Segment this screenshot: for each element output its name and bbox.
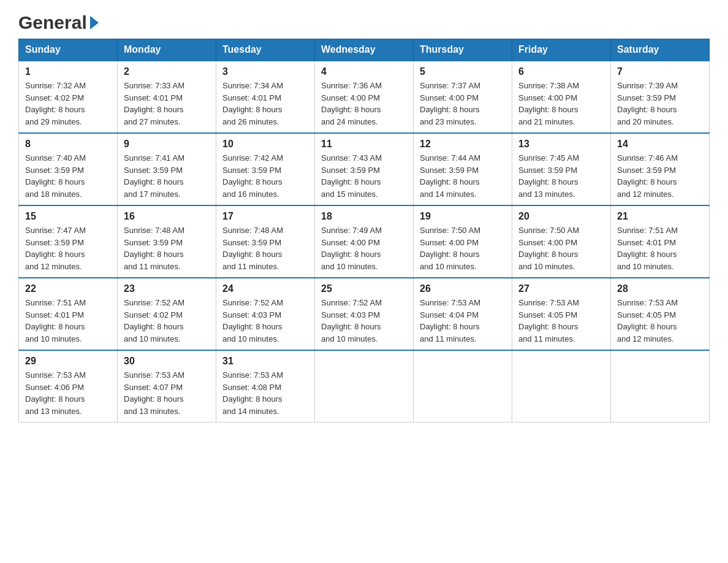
calendar-cell: 6 Sunrise: 7:38 AM Sunset: 4:00 PM Dayli…: [512, 61, 611, 133]
calendar-cell: 20 Sunrise: 7:50 AM Sunset: 4:00 PM Dayl…: [512, 205, 611, 278]
col-header-monday: Monday: [118, 39, 216, 61]
day-info: Sunrise: 7:53 AM Sunset: 4:05 PM Dayligh…: [518, 297, 604, 345]
col-header-sunday: Sunday: [19, 39, 118, 61]
day-info: Sunrise: 7:44 AM Sunset: 3:59 PM Dayligh…: [420, 152, 506, 200]
calendar-cell: 10 Sunrise: 7:42 AM Sunset: 3:59 PM Dayl…: [216, 133, 315, 205]
day-info: Sunrise: 7:38 AM Sunset: 4:00 PM Dayligh…: [518, 80, 604, 128]
calendar-cell: 17 Sunrise: 7:48 AM Sunset: 3:59 PM Dayl…: [216, 205, 315, 278]
day-number: 24: [222, 283, 308, 294]
day-number: 10: [222, 139, 308, 150]
day-number: 17: [222, 211, 308, 222]
calendar-cell: 30 Sunrise: 7:53 AM Sunset: 4:07 PM Dayl…: [118, 350, 216, 423]
day-info: Sunrise: 7:50 AM Sunset: 4:00 PM Dayligh…: [518, 224, 604, 272]
calendar-cell: 18 Sunrise: 7:49 AM Sunset: 4:00 PM Dayl…: [315, 205, 414, 278]
calendar-cell: 16 Sunrise: 7:48 AM Sunset: 3:59 PM Dayl…: [118, 205, 216, 278]
day-info: Sunrise: 7:39 AM Sunset: 3:59 PM Dayligh…: [617, 80, 703, 128]
calendar-cell: 25 Sunrise: 7:52 AM Sunset: 4:03 PM Dayl…: [315, 278, 414, 350]
day-number: 22: [25, 283, 111, 294]
calendar-cell: 7 Sunrise: 7:39 AM Sunset: 3:59 PM Dayli…: [611, 61, 710, 133]
day-info: Sunrise: 7:37 AM Sunset: 4:00 PM Dayligh…: [420, 80, 506, 128]
calendar-cell: 9 Sunrise: 7:41 AM Sunset: 3:59 PM Dayli…: [118, 133, 216, 205]
logo: General: [18, 12, 99, 33]
calendar-cell: 15 Sunrise: 7:47 AM Sunset: 3:59 PM Dayl…: [19, 205, 118, 278]
day-number: 7: [617, 66, 703, 77]
calendar-cell: 28 Sunrise: 7:53 AM Sunset: 4:05 PM Dayl…: [611, 278, 710, 350]
calendar-cell: [315, 350, 414, 423]
calendar-cell: 11 Sunrise: 7:43 AM Sunset: 3:59 PM Dayl…: [315, 133, 414, 205]
calendar-cell: 23 Sunrise: 7:52 AM Sunset: 4:02 PM Dayl…: [118, 278, 216, 350]
day-info: Sunrise: 7:41 AM Sunset: 3:59 PM Dayligh…: [124, 152, 210, 200]
day-info: Sunrise: 7:51 AM Sunset: 4:01 PM Dayligh…: [617, 224, 703, 272]
day-info: Sunrise: 7:36 AM Sunset: 4:00 PM Dayligh…: [321, 80, 407, 128]
day-info: Sunrise: 7:51 AM Sunset: 4:01 PM Dayligh…: [25, 297, 111, 345]
day-info: Sunrise: 7:52 AM Sunset: 4:03 PM Dayligh…: [321, 297, 407, 345]
day-number: 3: [222, 66, 308, 77]
day-info: Sunrise: 7:53 AM Sunset: 4:06 PM Dayligh…: [25, 369, 111, 417]
calendar-cell: 24 Sunrise: 7:52 AM Sunset: 4:03 PM Dayl…: [216, 278, 315, 350]
calendar-cell: 12 Sunrise: 7:44 AM Sunset: 3:59 PM Dayl…: [414, 133, 512, 205]
day-info: Sunrise: 7:48 AM Sunset: 3:59 PM Dayligh…: [222, 224, 308, 272]
page-header: General: [18, 12, 710, 33]
day-info: Sunrise: 7:50 AM Sunset: 4:00 PM Dayligh…: [420, 224, 506, 272]
logo-arrow-icon: [90, 16, 99, 29]
day-number: 12: [420, 139, 506, 150]
day-info: Sunrise: 7:33 AM Sunset: 4:01 PM Dayligh…: [124, 80, 210, 128]
col-header-wednesday: Wednesday: [315, 39, 414, 61]
day-number: 2: [124, 66, 210, 77]
calendar-cell: 2 Sunrise: 7:33 AM Sunset: 4:01 PM Dayli…: [118, 61, 216, 133]
day-number: 6: [518, 66, 604, 77]
col-header-friday: Friday: [512, 39, 611, 61]
day-info: Sunrise: 7:46 AM Sunset: 3:59 PM Dayligh…: [617, 152, 703, 200]
day-info: Sunrise: 7:53 AM Sunset: 4:07 PM Dayligh…: [124, 369, 210, 417]
day-number: 19: [420, 211, 506, 222]
day-number: 27: [518, 283, 604, 294]
day-number: 8: [25, 139, 111, 150]
day-number: 14: [617, 139, 703, 150]
calendar-cell: 8 Sunrise: 7:40 AM Sunset: 3:59 PM Dayli…: [19, 133, 118, 205]
logo-general: General: [18, 12, 87, 33]
day-number: 18: [321, 211, 407, 222]
day-info: Sunrise: 7:53 AM Sunset: 4:04 PM Dayligh…: [420, 297, 506, 345]
calendar-cell: 1 Sunrise: 7:32 AM Sunset: 4:02 PM Dayli…: [19, 61, 118, 133]
day-number: 4: [321, 66, 407, 77]
calendar-cell: 31 Sunrise: 7:53 AM Sunset: 4:08 PM Dayl…: [216, 350, 315, 423]
day-info: Sunrise: 7:34 AM Sunset: 4:01 PM Dayligh…: [222, 80, 308, 128]
day-number: 26: [420, 283, 506, 294]
day-info: Sunrise: 7:52 AM Sunset: 4:02 PM Dayligh…: [124, 297, 210, 345]
day-number: 25: [321, 283, 407, 294]
day-info: Sunrise: 7:32 AM Sunset: 4:02 PM Dayligh…: [25, 80, 111, 128]
calendar-cell: 26 Sunrise: 7:53 AM Sunset: 4:04 PM Dayl…: [414, 278, 512, 350]
day-number: 13: [518, 139, 604, 150]
calendar-cell: [611, 350, 710, 423]
calendar-table: SundayMondayTuesdayWednesdayThursdayFrid…: [18, 39, 710, 423]
calendar-cell: [512, 350, 611, 423]
calendar-week-row: 22 Sunrise: 7:51 AM Sunset: 4:01 PM Dayl…: [19, 278, 710, 350]
calendar-cell: 3 Sunrise: 7:34 AM Sunset: 4:01 PM Dayli…: [216, 61, 315, 133]
calendar-cell: 21 Sunrise: 7:51 AM Sunset: 4:01 PM Dayl…: [611, 205, 710, 278]
day-number: 16: [124, 211, 210, 222]
calendar-week-row: 8 Sunrise: 7:40 AM Sunset: 3:59 PM Dayli…: [19, 133, 710, 205]
col-header-tuesday: Tuesday: [216, 39, 315, 61]
day-info: Sunrise: 7:45 AM Sunset: 3:59 PM Dayligh…: [518, 152, 604, 200]
calendar-cell: 4 Sunrise: 7:36 AM Sunset: 4:00 PM Dayli…: [315, 61, 414, 133]
calendar-week-row: 1 Sunrise: 7:32 AM Sunset: 4:02 PM Dayli…: [19, 61, 710, 133]
day-number: 20: [518, 211, 604, 222]
day-number: 1: [25, 66, 111, 77]
calendar-cell: 14 Sunrise: 7:46 AM Sunset: 3:59 PM Dayl…: [611, 133, 710, 205]
day-info: Sunrise: 7:49 AM Sunset: 4:00 PM Dayligh…: [321, 224, 407, 272]
calendar-cell: 27 Sunrise: 7:53 AM Sunset: 4:05 PM Dayl…: [512, 278, 611, 350]
day-number: 11: [321, 139, 407, 150]
day-number: 21: [617, 211, 703, 222]
calendar-week-row: 29 Sunrise: 7:53 AM Sunset: 4:06 PM Dayl…: [19, 350, 710, 423]
day-info: Sunrise: 7:40 AM Sunset: 3:59 PM Dayligh…: [25, 152, 111, 200]
day-number: 30: [124, 356, 210, 367]
day-info: Sunrise: 7:42 AM Sunset: 3:59 PM Dayligh…: [222, 152, 308, 200]
day-number: 9: [124, 139, 210, 150]
col-header-thursday: Thursday: [414, 39, 512, 61]
calendar-cell: 29 Sunrise: 7:53 AM Sunset: 4:06 PM Dayl…: [19, 350, 118, 423]
calendar-header-row: SundayMondayTuesdayWednesdayThursdayFrid…: [19, 39, 710, 61]
day-info: Sunrise: 7:53 AM Sunset: 4:08 PM Dayligh…: [222, 369, 308, 417]
day-number: 31: [222, 356, 308, 367]
day-info: Sunrise: 7:52 AM Sunset: 4:03 PM Dayligh…: [222, 297, 308, 345]
calendar-cell: 5 Sunrise: 7:37 AM Sunset: 4:00 PM Dayli…: [414, 61, 512, 133]
